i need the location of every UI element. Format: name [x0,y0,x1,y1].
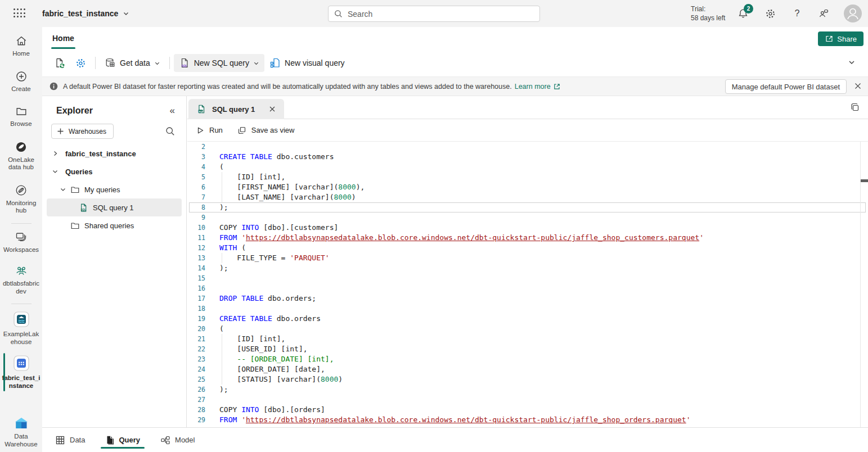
tree-item-shared-queries[interactable]: Shared queries [42,216,186,234]
close-tab-icon[interactable] [268,105,276,113]
refresh-button[interactable] [49,54,70,72]
global-search [328,6,540,22]
folder-icon [15,105,28,117]
nav-workspace-dbtlabsfabricdev[interactable]: dbtlabsfabricdev [0,265,42,295]
nav-create[interactable]: Create [0,70,42,93]
tab-model[interactable]: Model [159,428,196,452]
app-launcher-waffle-icon[interactable] [14,8,26,19]
nav-home[interactable]: Home [0,35,42,58]
code-line[interactable]: 26); [187,385,868,395]
tab-data[interactable]: Data [54,428,86,452]
new-warehouse-button[interactable]: Warehouses [51,124,114,139]
line-number: 17 [187,293,205,304]
code-line[interactable]: 11FROM 'https://dbtlabsynapsedatalake.bl… [187,233,868,243]
feedback-button[interactable] [817,7,830,20]
collapse-ribbon-button[interactable] [848,58,856,66]
code-line[interactable]: 5 [ID] [int], [187,172,868,182]
save-as-view-button[interactable]: Save as view [237,126,295,135]
sql-file-icon: SQL [79,203,88,213]
nav-data-warehouse[interactable]: Data Warehouse [0,417,42,448]
workspace-switcher[interactable]: fabric_test_instance [42,0,129,27]
code-line[interactable]: 28COPY INTO [dbo].[orders] [187,405,868,415]
query-settings-button[interactable] [70,54,91,72]
run-button[interactable]: Run [196,126,223,134]
code-line[interactable]: 13 FILE_TYPE = 'PARQUET' [187,253,868,263]
nav-workspaces[interactable]: Workspaces [0,231,42,254]
line-number: 15 [187,273,205,283]
code-line[interactable]: 22 [USER_ID] [int], [187,344,868,354]
nav-item-fabric-test-instance[interactable]: fabric_test_instance [0,355,42,390]
code-line[interactable]: 9 [187,213,868,223]
play-icon [196,126,204,134]
nav-monitoring-hub[interactable]: Monitoring hub [0,184,42,215]
code-line[interactable]: 6 [FIRST_NAME] [varchar](8000), [187,182,868,192]
code-line[interactable]: 25 [STATUS] [varchar](8000) [187,374,868,385]
search-icon [334,10,343,18]
code-line[interactable]: 4( [187,162,868,172]
code-area: 23CREATE TABLE dbo.customers4(5 [ID] [in… [187,142,868,425]
code-line[interactable]: 20( [187,324,868,334]
copy-button[interactable] [850,102,860,112]
model-diagram-icon [160,435,170,445]
settings-button[interactable] [764,7,776,20]
code-line[interactable]: 15 [187,273,868,283]
code-line[interactable]: 17DROP TABLE dbo.orders; [187,293,868,304]
new-visual-query-button[interactable]: New visual query [264,54,350,72]
nav-item-examplelakehouse[interactable]: ExampleLakehouse [0,311,42,346]
code-line[interactable]: 24 [ORDER_DATE] [date], [187,364,868,374]
code-line[interactable]: 27 [187,395,868,405]
tree-item-sql-query-1[interactable]: SQL SQL query 1 [47,198,182,216]
chevron-down-icon [60,187,66,192]
people-icon [15,265,28,277]
line-number: 6 [187,182,205,192]
plus-icon [57,128,64,135]
code-line[interactable]: 8); [187,202,868,213]
code-line[interactable]: 21 [ID] [int], [187,334,868,344]
toolbar-divider [95,57,96,69]
editor-scrollbar-thumb[interactable] [861,179,868,182]
help-button[interactable]: ? [791,7,803,20]
tab-query[interactable]: Query [104,428,141,452]
close-icon [853,82,862,91]
share-button[interactable]: Share [818,31,863,46]
tree-item-queries[interactable]: Queries [42,162,186,180]
sql-editor[interactable]: 23CREATE TABLE dbo.customers4(5 [ID] [in… [187,142,868,427]
nav-onelake-data-hub[interactable]: OneLake data hub [0,141,42,171]
code-line[interactable]: 14); [187,263,868,273]
banner-close-button[interactable] [853,82,862,91]
tree-item-warehouse[interactable]: fabric_test_instance [42,144,186,162]
line-number: 23 [187,354,205,364]
code-line[interactable]: 10COPY INTO [dbo].[customers] [187,223,868,233]
line-number: 3 [187,152,205,162]
learn-more-link[interactable]: Learn more [515,83,561,91]
query-tab-bar: SQL SQL query 1 [187,96,868,119]
code-line[interactable]: 2 [187,142,868,152]
new-sql-query-button[interactable]: SQL New SQL query [174,54,264,72]
code-line[interactable]: 7 [LAST_NAME] [varchar](8000) [187,192,868,202]
code-line[interactable]: 12WITH ( [187,243,868,253]
line-number: 28 [187,405,205,415]
code-line[interactable]: 23 -- [ORDER_DATE] [int], [187,354,868,364]
tree-item-my-queries[interactable]: My queries [42,180,186,198]
person-icon [844,4,862,22]
search-input[interactable] [328,6,540,22]
main-area: Home Share Get data SQL [42,27,868,452]
lakehouse-icon [13,311,30,328]
line-number: 18 [187,304,205,314]
query-tab-sql-query-1[interactable]: SQL SQL query 1 [188,99,284,119]
chevron-right-icon [52,151,58,156]
collapse-panel-icon[interactable]: « [170,105,175,116]
search-icon[interactable] [165,126,175,136]
account-avatar[interactable] [844,4,862,22]
workspace-name: fabric_test_instance [42,9,118,18]
folder-icon [70,221,80,230]
nav-browse[interactable]: Browse [0,105,42,128]
code-line[interactable]: 19CREATE TABLE dbo.orders [187,314,868,324]
code-line[interactable]: 18 [187,304,868,314]
get-data-button[interactable]: Get data [100,54,165,72]
code-line[interactable]: 16 [187,283,868,293]
manage-default-dataset-button[interactable]: Manage default Power BI dataset [725,79,847,94]
tab-home[interactable]: Home [47,27,80,49]
code-line[interactable]: 3CREATE TABLE dbo.customers [187,152,868,162]
code-line[interactable]: 29FROM 'https://dbtlabsynapsedatalake.bl… [187,415,868,425]
